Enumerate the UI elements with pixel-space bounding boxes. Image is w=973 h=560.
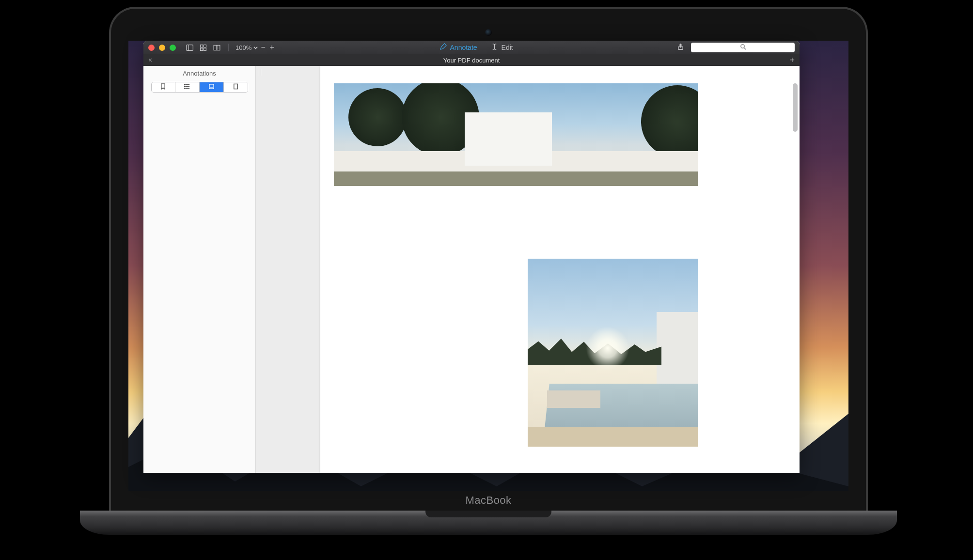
macbook-base: MacBook <box>80 511 897 535</box>
tab-bar: × Your PDF document + <box>143 54 800 66</box>
maximize-window-button[interactable] <box>170 45 176 51</box>
chevron-down-icon[interactable] <box>253 44 258 51</box>
svg-rect-5 <box>204 48 206 50</box>
search-icon <box>740 44 746 51</box>
bookmark-icon <box>160 83 166 92</box>
document-viewport[interactable] <box>256 66 800 473</box>
svg-line-10 <box>744 47 746 49</box>
annotate-button[interactable]: Annotate <box>439 43 477 52</box>
document-right-gutter <box>698 66 800 473</box>
page-image-top <box>334 83 733 186</box>
svg-point-14 <box>185 84 185 85</box>
svg-rect-3 <box>204 45 206 47</box>
camera-dot <box>485 29 492 36</box>
macbook-notch <box>425 511 551 517</box>
content-area: Annotations <box>143 66 800 473</box>
vertical-scrollbar[interactable] <box>793 83 798 132</box>
minimize-window-button[interactable] <box>159 45 165 51</box>
svg-rect-7 <box>217 45 220 50</box>
search-input[interactable] <box>691 43 795 52</box>
svg-rect-6 <box>214 45 217 50</box>
page-image-bottom <box>528 259 720 447</box>
toolbar: 100% − + Annotate Edit <box>143 41 800 54</box>
svg-point-15 <box>185 86 185 87</box>
grid-icon[interactable] <box>198 43 208 52</box>
svg-rect-4 <box>200 48 203 50</box>
document-page <box>320 66 747 473</box>
zoom-in-button[interactable]: + <box>268 44 275 51</box>
outline-segment[interactable] <box>175 82 200 92</box>
annotate-label: Annotate <box>450 44 477 51</box>
highlight-icon <box>208 83 215 92</box>
thumbnails-segment[interactable] <box>224 82 248 92</box>
svg-rect-18 <box>234 84 237 89</box>
app-window: 100% − + Annotate Edit <box>143 41 800 473</box>
dual-page-icon[interactable] <box>212 43 221 52</box>
bookmarks-segment[interactable] <box>152 82 176 92</box>
pane-resize-handle[interactable] <box>259 69 261 76</box>
tab-close-button[interactable]: × <box>148 56 152 64</box>
zoom-out-button[interactable]: − <box>260 44 267 51</box>
macbook-label: MacBook <box>465 494 511 507</box>
sidebar: Annotations <box>143 66 256 473</box>
tab-title[interactable]: Your PDF document <box>143 57 800 64</box>
edit-label: Edit <box>502 44 513 51</box>
sidebar-toggle-icon[interactable] <box>185 43 194 52</box>
page-icon <box>233 83 239 92</box>
zoom-control: 100% − + <box>235 44 275 51</box>
sidebar-title: Annotations <box>183 70 216 77</box>
sidebar-segment-control <box>151 82 248 93</box>
svg-rect-0 <box>186 45 193 50</box>
list-icon <box>184 83 190 92</box>
svg-point-16 <box>185 88 185 88</box>
close-window-button[interactable] <box>148 45 155 51</box>
svg-point-9 <box>740 45 744 48</box>
annotations-segment[interactable] <box>200 82 224 92</box>
tab-add-button[interactable]: + <box>789 56 795 64</box>
pen-icon <box>439 43 447 52</box>
toolbar-separator <box>228 44 229 51</box>
window-controls <box>148 45 176 51</box>
zoom-level-label[interactable]: 100% <box>235 44 251 51</box>
edit-button[interactable]: Edit <box>491 43 513 52</box>
svg-rect-2 <box>200 45 203 47</box>
text-cursor-icon <box>491 43 498 52</box>
share-icon[interactable] <box>677 43 684 52</box>
